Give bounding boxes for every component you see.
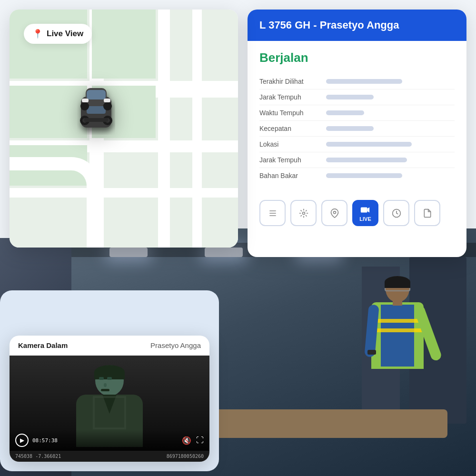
- live-btn-inner: LIVE: [359, 205, 371, 222]
- map-card: 📍 Live View: [10, 10, 238, 248]
- info-row-waktu: Waktu Tempuh: [259, 105, 455, 121]
- value-bar-5: [326, 142, 412, 147]
- info-row-lokasi: Lokasi: [259, 137, 455, 152]
- camera-header: Kamera Dalam Prasetyo Angga: [10, 336, 209, 356]
- svg-rect-2: [87, 90, 106, 99]
- play-button[interactable]: ▶: [15, 434, 29, 447]
- camera-card: Kamera Dalam Prasetyo Angga: [10, 336, 209, 462]
- info-row-jarak2: Jarak Tempuh: [259, 152, 455, 168]
- top-section: 📍 Live View L 3756 GH - Prasetyo Angga B…: [10, 10, 466, 257]
- car-icon: [77, 82, 115, 137]
- value-bar-4: [326, 126, 374, 131]
- svg-point-7: [103, 102, 112, 110]
- info-row-kecepatan: Kecepatan: [259, 121, 455, 137]
- value-bar-7: [326, 173, 402, 178]
- info-row-jarak1: Jarak Tempuh: [259, 89, 455, 105]
- map-road-v2: [158, 10, 170, 248]
- info-row-terakhir: Terakhir Dilihat: [259, 74, 455, 89]
- coords-right: 8697180050260: [167, 454, 204, 459]
- svg-point-6: [80, 102, 89, 110]
- label-lokasi: Lokasi: [259, 140, 326, 148]
- action-buttons-row: LIVE: [248, 193, 466, 233]
- map-block: [10, 10, 87, 79]
- svg-point-14: [333, 211, 336, 213]
- map-block-3: [10, 86, 87, 138]
- label-kecepatan: Kecepatan: [259, 125, 326, 132]
- bottom-section: Kamera Dalam Prasetyo Angga: [10, 336, 209, 462]
- fullscreen-icon[interactable]: ⛶: [196, 436, 204, 445]
- map-background: 📍 Live View: [10, 10, 238, 248]
- live-btn-label: LIVE: [359, 216, 371, 222]
- info-card-header: L 3756 GH - Prasetyo Angga: [248, 10, 466, 41]
- info-row-bahan: Bahan Bakar: [259, 168, 455, 183]
- value-bar-6: [326, 158, 407, 162]
- info-card-body: Berjalan Terakhir Dilihat Jarak Tempuh W…: [248, 41, 466, 193]
- svg-rect-11: [82, 99, 89, 102]
- camera-title: Kamera Dalam: [18, 341, 68, 349]
- info-card: L 3756 GH - Prasetyo Angga Berjalan Tera…: [248, 10, 466, 257]
- action-btn-live[interactable]: LIVE: [352, 200, 378, 226]
- label-jarak-tempuh-2: Jarak Tempuh: [259, 156, 326, 164]
- live-view-badge: 📍 Live View: [24, 24, 92, 44]
- person-man: [367, 276, 428, 428]
- camera-data-bar: 745038 -7.366021 8697180050260: [10, 451, 209, 462]
- map-block-2: [92, 10, 156, 79]
- mute-icon[interactable]: 🔇: [182, 436, 191, 445]
- label-waktu-tempuh: Waktu Tempuh: [259, 109, 326, 117]
- timestamp: 08:57:38: [32, 437, 58, 444]
- label-jarak-tempuh: Jarak Tempuh: [259, 93, 326, 101]
- action-btn-3[interactable]: [321, 200, 347, 226]
- vehicle-title: L 3756 GH - Prasetyo Angga: [259, 19, 399, 31]
- action-btn-2[interactable]: [290, 200, 317, 226]
- curved-road: [10, 157, 100, 248]
- camera-ctrl-right: 🔇 ⛶: [182, 436, 204, 445]
- status-label: Berjalan: [259, 50, 455, 65]
- camera-video: ▶ 08:57:38 🔇 ⛶: [10, 356, 209, 451]
- action-btn-6[interactable]: [414, 200, 440, 226]
- action-btn-1[interactable]: [259, 200, 286, 226]
- label-terakhir-dilihat: Terakhir Dilihat: [259, 78, 326, 85]
- svg-point-13: [302, 212, 305, 214]
- steering-wheel: [93, 396, 126, 429]
- camera-driver-name: Prasetyo Angga: [150, 341, 201, 349]
- svg-marker-16: [367, 207, 370, 212]
- coords-left: 745038 -7.366021: [15, 454, 61, 459]
- svg-rect-3: [87, 106, 106, 114]
- camera-ctrl-left: ▶ 08:57:38: [15, 434, 58, 447]
- action-btn-5[interactable]: [383, 200, 409, 226]
- svg-rect-10: [84, 118, 108, 122]
- svg-rect-15: [361, 207, 367, 212]
- camera-controls: ▶ 08:57:38 🔇 ⛶: [10, 430, 209, 451]
- value-bar-3: [326, 110, 364, 115]
- label-bahan-bakar: Bahan Bakar: [259, 172, 326, 179]
- value-bar: [326, 79, 402, 84]
- svg-rect-12: [104, 99, 110, 102]
- live-view-label: Live View: [47, 29, 83, 39]
- map-road-v3: [192, 10, 202, 248]
- location-pin-icon: 📍: [32, 29, 43, 39]
- value-bar-2: [326, 95, 374, 99]
